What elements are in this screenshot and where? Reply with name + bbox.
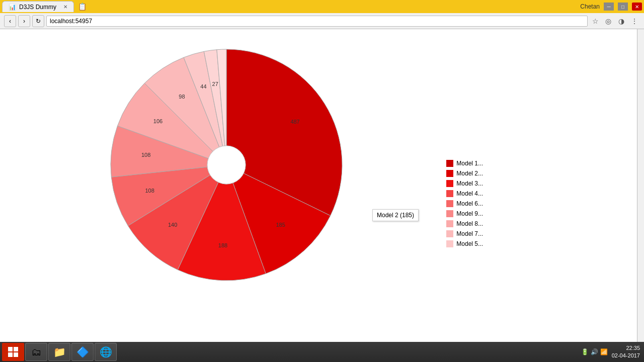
legend-item-4: Model 6... — [446, 200, 483, 207]
back-button[interactable]: ‹ — [4, 15, 16, 27]
legend-item-2: Model 3... — [446, 180, 483, 187]
legend-item-8: Model 5... — [446, 240, 483, 247]
bookmark-button[interactable]: ☆ — [590, 16, 601, 27]
segment-label-6: 106 — [153, 118, 163, 124]
ext1-button[interactable]: ◎ — [603, 16, 614, 27]
start-button[interactable] — [2, 343, 24, 361]
battery-icon: 🔋 — [581, 348, 589, 355]
system-tray: 🔋 🔊 📶 — [581, 348, 608, 355]
taskbar-explorer[interactable]: 🗂 — [25, 343, 47, 361]
clock: 22:35 02-04-2017 — [612, 344, 640, 360]
legend-item-3: Model 4... — [446, 190, 483, 197]
clock-date: 02-04-2017 — [612, 352, 640, 359]
legend-label-6: Model 8... — [456, 220, 483, 227]
menu-button[interactable]: ⋮ — [629, 16, 640, 27]
svg-rect-0 — [8, 347, 13, 351]
svg-rect-1 — [14, 347, 18, 351]
legend-label-4: Model 6... — [456, 200, 483, 207]
tab-icon: 📊 — [9, 4, 16, 11]
taskbar-folder[interactable]: 📁 — [48, 343, 70, 361]
legend-item-6: Model 8... — [446, 220, 483, 227]
svg-rect-3 — [14, 352, 18, 357]
legend-color-2 — [446, 180, 453, 187]
legend-label-2: Model 3... — [456, 180, 483, 187]
refresh-button[interactable]: ↻ — [32, 15, 44, 27]
legend-color-3 — [446, 190, 453, 197]
new-tab-btn[interactable]: 📋 — [78, 3, 87, 11]
legend-label-8: Model 5... — [456, 240, 483, 247]
legend-label-0: Model 1... — [456, 160, 483, 167]
user-label: Chetan — [580, 3, 600, 10]
legend: Model 1...Model 2...Model 3...Model 4...… — [446, 160, 483, 250]
tab-area: 📊 D3JS Dummy ✕ — [2, 1, 74, 12]
segment-label-5: 108 — [141, 152, 150, 158]
svg-rect-2 — [8, 352, 13, 357]
legend-item-5: Model 9... — [446, 210, 483, 217]
pie-chart[interactable]: 487185188140108108106984427 — [75, 39, 408, 321]
maximize-button[interactable]: □ — [618, 3, 628, 11]
legend-color-0 — [446, 160, 453, 167]
legend-color-4 — [446, 200, 453, 207]
legend-label-1: Model 2... — [456, 170, 483, 177]
legend-color-7 — [446, 230, 453, 237]
legend-color-6 — [446, 220, 453, 227]
clock-time: 22:35 — [612, 344, 640, 352]
taskbar-chrome[interactable]: 🌐 — [95, 343, 117, 361]
segment-label-3: 140 — [168, 222, 177, 228]
segment-label-8: 44 — [200, 83, 206, 89]
segment-label-1: 185 — [276, 222, 285, 228]
legend-color-8 — [446, 240, 453, 247]
legend-item-7: Model 7... — [446, 230, 483, 237]
taskbar: 🗂 📁 🔷 🌐 🔋 🔊 📶 22:35 02-04-2017 — [0, 342, 644, 362]
legend-label-7: Model 7... — [456, 230, 483, 237]
ext2-button[interactable]: ◑ — [616, 16, 627, 27]
segment-label-0: 487 — [290, 119, 299, 125]
close-icon[interactable]: ✕ — [63, 4, 67, 10]
taskbar-visualstudio[interactable]: 🔷 — [71, 343, 94, 361]
nav-bar: ‹ › ↻ ☆ ◎ ◑ ⋮ — [0, 13, 644, 29]
minimize-button[interactable]: ─ — [604, 3, 614, 11]
network-icon: 📶 — [600, 348, 608, 355]
scrollbar[interactable] — [637, 29, 644, 342]
legend-item-1: Model 2... — [446, 170, 483, 177]
segment-label-2: 188 — [218, 242, 227, 248]
segment-label-7: 98 — [179, 94, 185, 100]
title-bar: 📊 D3JS Dummy ✕ 📋 Chetan ─ □ ✕ — [0, 0, 644, 13]
tab-title: D3JS Dummy — [19, 4, 56, 11]
legend-label-5: Model 9... — [456, 210, 483, 217]
taskbar-left: 🗂 📁 🔷 🌐 — [0, 343, 117, 361]
legend-color-5 — [446, 210, 453, 217]
legend-item-0: Model 1... — [446, 160, 483, 167]
page-content: 487185188140108108106984427 Model 1...Mo… — [0, 29, 644, 342]
close-button[interactable]: ✕ — [632, 3, 642, 11]
segment-label-4: 108 — [145, 188, 154, 194]
volume-icon: 🔊 — [591, 348, 598, 355]
legend-label-3: Model 4... — [456, 190, 483, 197]
donut-hole — [207, 146, 246, 184]
segment-label-9: 27 — [212, 81, 218, 87]
forward-button[interactable]: › — [18, 15, 30, 27]
taskbar-right: 🔋 🔊 📶 22:35 02-04-2017 — [581, 344, 644, 360]
address-bar[interactable] — [46, 16, 588, 27]
legend-color-1 — [446, 170, 453, 177]
active-tab[interactable]: 📊 D3JS Dummy ✕ — [2, 1, 74, 12]
